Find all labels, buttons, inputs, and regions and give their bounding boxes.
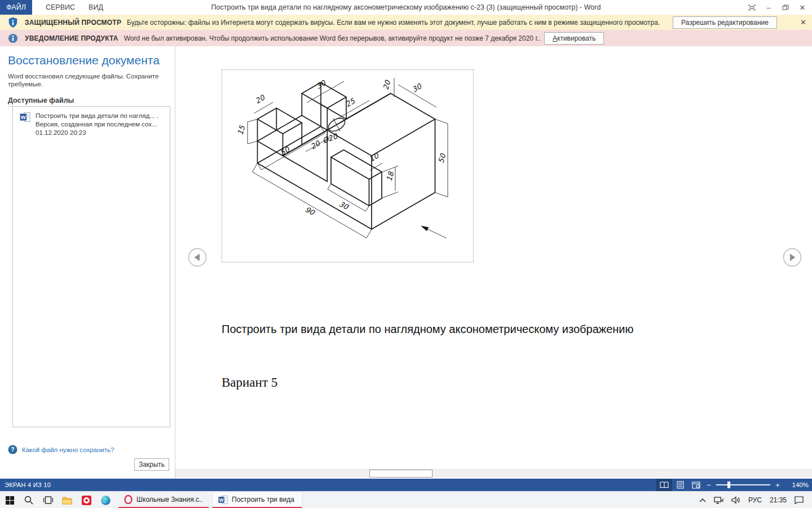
recovered-file-item[interactable]: W Построить три вида детали по нагляд...… [13,107,170,137]
dim-left-20: 20 [254,93,267,105]
protected-view-banner: ЗАЩИЩЕННЫЙ ПРОСМОТР Будьте осторожны: фа… [0,15,812,30]
restore-button[interactable] [777,0,794,15]
action-center-icon[interactable] [791,492,807,508]
red-app-icon[interactable] [77,492,96,508]
title-bar: ФАЙЛ СЕРВИС ВИД Построить три вида детал… [0,0,812,15]
product-notice-label: УВЕДОМЛЕНИЕ ПРОДУКТА [25,34,118,42]
taskbar-button-label: Школьные Знания.с... [136,496,203,503]
opera-browser-icon [124,495,133,504]
recovered-file-name: Построить три вида детали по нагляд... . [36,112,158,120]
recovered-file-text: Построить три вида детали по нагляд... .… [36,112,158,137]
close-button[interactable]: ✕ [794,0,811,15]
document-area: 30 20 30 25 Ø20 50 18 10 30 90 20 15 20 … [175,46,812,479]
zoom-in-button[interactable]: + [773,481,783,489]
print-layout-button[interactable] [672,479,688,491]
info-icon [8,33,18,43]
status-bar: ЭКРАН 4 ИЗ 10 − + 140% [0,479,812,491]
zoom-percentage[interactable]: 140% [786,481,809,488]
document-variant: Вариант 5 [222,375,277,390]
menu-view[interactable]: ВИД [89,3,103,11]
word-app-icon: W [218,495,228,505]
start-button[interactable] [0,492,19,508]
dim-right-10: 10 [368,151,381,163]
recovered-file-version: Версия, созданная при последнем сох... [36,120,158,129]
protected-view-message: Будьте осторожны: файлы из Интернета мог… [127,19,660,27]
language-indicator[interactable]: РУС [744,492,766,508]
svg-text:?: ? [11,446,14,453]
read-mode-button[interactable] [656,479,672,491]
product-notice-banner: УВЕДОМЛЕНИЕ ПРОДУКТА Word не был активир… [0,30,812,47]
next-screen-button[interactable] [783,248,802,267]
activate-button-label: Активировать [553,34,595,42]
svg-text:W: W [219,497,224,502]
view-direction-arrow [421,226,429,231]
close-pane-button[interactable]: Закрыть [134,458,169,471]
task-view-button[interactable] [38,492,58,508]
system-tray: РУС 21:35 [695,492,807,508]
banner-close-icon[interactable]: ✕ [800,18,806,27]
zoom-slider-thumb[interactable] [727,481,730,488]
file-explorer-icon[interactable] [58,492,77,508]
taskbar-button-browser[interactable]: Школьные Знания.с... [118,492,209,508]
dim-top-right-30: 30 [411,81,423,94]
dim-top-left-30: 30 [315,78,328,90]
fullscreen-toggle-icon[interactable] [743,0,760,15]
svg-text:W: W [21,114,26,120]
window-controls: – ✕ [743,0,811,15]
window-title: Построить три вида детали по наглядному … [211,3,601,11]
help-icon: ? [8,445,17,454]
menu-file[interactable]: ФАЙЛ [0,0,32,15]
previous-screen-button[interactable] [188,248,207,267]
taskbar-button-label: Построить три вида ... [232,496,296,503]
help-link-label: Какой файл нужно сохранить? [22,446,114,453]
clock[interactable]: 21:35 [766,492,791,508]
dim-slot-20: 20 [309,138,322,151]
dim-bottom-90: 90 [304,205,317,217]
recovered-files-list: W Построить три вида детали по нагляд...… [12,106,170,427]
web-layout-button[interactable] [688,479,704,491]
taskbar: Школьные Знания.с... W Построить три вид… [0,491,812,508]
tray-chevron-icon[interactable] [695,492,710,508]
dim-top-20: 20 [381,78,392,91]
zoom-out-button[interactable]: − [704,481,714,489]
horizontal-scrollbar [175,469,812,478]
minimize-button[interactable]: – [760,0,777,15]
activate-button[interactable]: Активировать [544,32,604,45]
dim-bottom-50: 50 [279,144,292,157]
dim-right-18: 18 [385,170,395,182]
word-file-icon: W [20,112,30,137]
axonometric-drawing: 30 20 30 25 Ø20 50 18 10 30 90 20 15 20 … [222,69,474,262]
available-files-header: Доступные файлы [8,97,169,107]
search-icon[interactable] [19,492,38,508]
enable-editing-button[interactable]: Разрешить редактирование [673,16,777,29]
document-heading: Построить три вида детали по наглядному … [222,323,729,336]
product-notice-message: Word не был активирован. Чтобы продолжит… [124,34,541,42]
screen-counter: ЭКРАН 4 ИЗ 10 [5,481,51,488]
recovery-pane-description: Word восстановил следующие файлы. Сохран… [8,72,160,88]
recovery-pane-title: Восстановление документа [8,54,160,67]
recovered-file-date: 01.12.2020 20:23 [36,129,158,137]
zoom-slider[interactable] [716,484,770,485]
volume-icon[interactable] [727,492,744,508]
axonometric-drawing-svg: 30 20 30 25 Ø20 50 18 10 30 90 20 15 20 … [222,70,473,262]
network-icon[interactable] [710,492,727,508]
shield-icon [8,17,18,28]
menu-service[interactable]: СЕРВИС [46,3,75,11]
dim-left-15: 15 [236,124,246,136]
taskbar-button-word[interactable]: W Построить три вида ... [212,492,302,508]
horizontal-scrollbar-thumb[interactable] [369,470,433,478]
word-window: ФАЙЛ СЕРВИС ВИД Построить три вида детал… [0,0,812,508]
edge-browser-icon[interactable] [96,492,115,508]
dim-right-50: 50 [436,152,447,164]
recovery-help-link[interactable]: ? Какой файл нужно сохранить? [8,445,114,454]
protected-view-label: ЗАЩИЩЕННЫЙ ПРОСМОТР [25,19,121,27]
document-recovery-pane: Восстановление документа Word восстанови… [0,46,175,479]
